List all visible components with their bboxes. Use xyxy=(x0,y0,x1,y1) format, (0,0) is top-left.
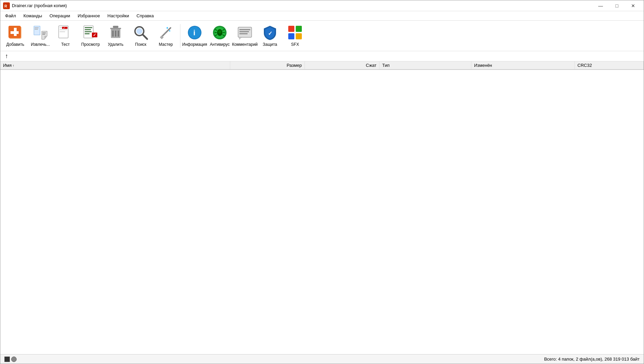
minimize-button[interactable]: — xyxy=(593,0,608,11)
toolbar: Добавить Извлечь... xyxy=(0,21,644,51)
toolbar-sfx-button[interactable]: SFX xyxy=(283,22,307,50)
test-icon: ✓ xyxy=(57,24,74,41)
protect-label: Защита xyxy=(263,42,277,47)
toolbar-find-button[interactable]: Поиск xyxy=(129,22,153,50)
svg-rect-24 xyxy=(85,33,90,34)
svg-text:✓: ✓ xyxy=(63,27,65,29)
svg-rect-13 xyxy=(42,34,45,35)
maximize-button[interactable]: □ xyxy=(609,0,625,11)
delete-label: Удалить xyxy=(108,42,123,47)
view-icon: ✓ xyxy=(82,24,99,41)
toolbar-comment-button[interactable]: Комментарий xyxy=(233,22,257,50)
file-list: Имя Размер Сжат Тип Изменён CRC32 xyxy=(0,61,644,70)
toolbar-info-button[interactable]: i Информация xyxy=(182,22,207,50)
comment-label: Комментарий xyxy=(232,42,258,47)
menu-favorites[interactable]: Избранное xyxy=(74,12,103,20)
svg-text:R: R xyxy=(4,4,7,8)
add-icon xyxy=(7,24,23,41)
svg-text:✦: ✦ xyxy=(164,32,166,34)
comment-icon xyxy=(237,24,253,41)
title-left: R Drainer.rar (пробная копия) xyxy=(3,2,67,9)
svg-text:i: i xyxy=(193,28,195,37)
delete-icon xyxy=(108,24,124,41)
svg-rect-57 xyxy=(239,33,248,34)
svg-rect-21 xyxy=(85,27,92,28)
wizard-icon: ✦ ✦ ✦ xyxy=(158,24,174,41)
svg-rect-56 xyxy=(239,31,249,32)
toolbar-wizard-button[interactable]: ✦ ✦ ✦ Мастер xyxy=(154,22,178,50)
nav-up-button[interactable]: ↑ xyxy=(3,52,10,60)
add-label: Добавить xyxy=(6,42,24,47)
col-header-crc[interactable]: CRC32 xyxy=(574,61,643,70)
toolbar-delete-button[interactable]: Удалить xyxy=(103,22,128,50)
col-header-name[interactable]: Имя xyxy=(0,61,230,70)
svg-rect-32 xyxy=(118,31,119,37)
svg-rect-23 xyxy=(85,31,92,32)
svg-rect-62 xyxy=(288,33,294,39)
column-headers: Имя Размер Сжат Тип Изменён CRC32 xyxy=(0,61,644,70)
find-label: Поиск xyxy=(135,42,146,47)
menu-commands[interactable]: Команды xyxy=(20,12,45,20)
wizard-label: Мастер xyxy=(159,42,173,47)
menu-operations[interactable]: Операции xyxy=(46,12,74,20)
svg-rect-22 xyxy=(85,29,91,30)
view-label: Просмотр xyxy=(81,42,100,47)
window-title: Drainer.rar (пробная копия) xyxy=(12,3,67,8)
toolbar-extract-button[interactable]: Извлечь... xyxy=(28,22,53,50)
svg-rect-12 xyxy=(42,33,46,33)
svg-point-34 xyxy=(136,28,142,34)
toolbar-av-button[interactable]: Антивирус xyxy=(208,22,232,50)
test-label: Тест xyxy=(61,42,70,47)
svg-text:✓: ✓ xyxy=(93,33,96,37)
status-bar: Всего: 4 папок, 2 файл(а,ов), 268 319 01… xyxy=(0,354,644,364)
protect-icon: ✓ xyxy=(262,24,278,41)
col-header-size[interactable]: Размер xyxy=(230,61,305,70)
sfx-icon xyxy=(287,24,303,41)
svg-rect-60 xyxy=(288,26,294,32)
svg-rect-28 xyxy=(110,28,121,29)
toolbar-separator xyxy=(180,24,180,48)
menu-bar: Файл Команды Операции Избранное Настройк… xyxy=(0,11,644,21)
info-label: Информация xyxy=(182,42,207,47)
toolbar-protect-button[interactable]: ✓ Защита xyxy=(258,22,282,50)
svg-rect-8 xyxy=(35,27,39,28)
menu-settings[interactable]: Настройки xyxy=(104,12,133,20)
status-indicator-2 xyxy=(11,357,17,362)
status-left xyxy=(4,357,17,362)
title-bar: R Drainer.rar (пробная копия) — □ ✕ xyxy=(0,0,644,11)
av-icon xyxy=(212,24,228,41)
nav-bar: ↑ xyxy=(0,51,644,61)
svg-rect-9 xyxy=(35,29,38,30)
menu-help[interactable]: Справка xyxy=(133,12,157,20)
svg-line-35 xyxy=(143,35,147,39)
svg-rect-61 xyxy=(296,26,302,32)
svg-text:✦: ✦ xyxy=(166,26,169,30)
toolbar-view-button[interactable]: ✓ Просмотр xyxy=(78,22,103,50)
col-header-packed[interactable]: Сжат xyxy=(305,61,379,70)
app-icon: R xyxy=(3,2,10,9)
col-header-modified[interactable]: Изменён xyxy=(471,61,574,70)
col-header-type[interactable]: Тип xyxy=(379,61,471,70)
svg-rect-27 xyxy=(113,26,118,28)
find-icon xyxy=(133,24,149,41)
menu-file[interactable]: Файл xyxy=(2,12,19,20)
toolbar-test-button[interactable]: ✓ Тест xyxy=(53,22,78,50)
svg-rect-30 xyxy=(112,31,114,37)
svg-text:✓: ✓ xyxy=(268,31,272,36)
extract-label: Извлечь... xyxy=(31,42,50,47)
av-label: Антивирус xyxy=(210,42,230,47)
svg-marker-58 xyxy=(239,37,241,39)
extract-icon xyxy=(32,24,48,41)
svg-text:✦: ✦ xyxy=(169,30,171,33)
svg-rect-17 xyxy=(60,31,65,32)
file-list-container[interactable]: Имя Размер Сжат Тип Изменён CRC32 xyxy=(0,61,644,354)
status-indicator-1 xyxy=(4,357,10,362)
sfx-label: SFX xyxy=(291,42,299,47)
svg-rect-55 xyxy=(239,29,250,30)
svg-rect-31 xyxy=(115,31,116,37)
info-icon: i xyxy=(187,24,203,41)
window-controls: — □ ✕ xyxy=(593,0,641,11)
svg-rect-63 xyxy=(296,33,302,39)
toolbar-add-button[interactable]: Добавить xyxy=(3,22,27,50)
close-button[interactable]: ✕ xyxy=(625,0,641,11)
